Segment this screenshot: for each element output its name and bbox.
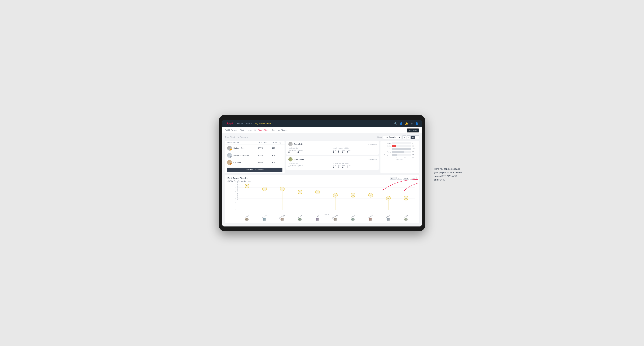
- view-leaderboard-button[interactable]: View Full Leaderboard: [227, 168, 282, 172]
- edit-icon[interactable]: ✏: [246, 136, 248, 138]
- subnav-all-players[interactable]: All Players: [278, 128, 288, 132]
- nav-teams[interactable]: Teams: [246, 122, 252, 126]
- table-row[interactable]: 1 Richard Butler 19/20 110: [225, 145, 284, 152]
- streak-bubble: 4x: [351, 193, 355, 197]
- avatar: [288, 157, 292, 162]
- rounds-stat: Total Rounds Tournament 7 Practice: [288, 163, 332, 169]
- add-team-button[interactable]: Add Team: [407, 128, 419, 133]
- player-avatar: [386, 218, 390, 221]
- player-label: R. Britt: [316, 215, 320, 218]
- bar-track: [392, 151, 411, 153]
- subnav-hcaps[interactable]: Hcaps 1-5: [247, 128, 256, 132]
- x-axis-title: Players: [238, 213, 415, 215]
- player-avatar: [263, 218, 266, 221]
- player-label: R. Butler: [386, 215, 390, 218]
- main-content: Team Clippd | 14 Players ✏ Show Last 3 m…: [222, 134, 422, 226]
- streak-bubble: 4x: [333, 193, 338, 197]
- streak-line: [388, 200, 388, 210]
- player-card-name: Rees Britt: [294, 143, 303, 145]
- pb-score: 18/20: [258, 154, 272, 156]
- nav-my-performance[interactable]: My Performance: [255, 122, 271, 126]
- player-card-date: 26 Aug 2023: [368, 159, 376, 160]
- chart-view-button[interactable]: ↓: [415, 135, 419, 139]
- subnav-pgat[interactable]: PGAT Players: [225, 128, 237, 132]
- bar-chart: Eagles 3 Birdies: [382, 142, 418, 160]
- bar-fill: [392, 148, 411, 150]
- subnav-pga[interactable]: PGA: [240, 128, 244, 132]
- app-label: APP: [338, 149, 340, 151]
- bar-track: [392, 154, 411, 156]
- streak-line: [335, 197, 336, 210]
- settings-icon[interactable]: ⚙: [410, 122, 413, 125]
- player-card-header: Josh Coles 26 Aug 2023: [288, 157, 376, 162]
- leaderboard-card: PLAYER NAME PB SCORE PB AVG SQ 1: [225, 141, 284, 173]
- y-label: 4: [235, 194, 236, 195]
- list-view-button[interactable]: ≡: [407, 135, 410, 139]
- player-card-name: Josh Coles: [294, 158, 304, 161]
- player-avatar: [316, 218, 320, 221]
- app-value: 0: [338, 151, 340, 154]
- x-label: 400: [409, 157, 418, 158]
- subnav-team-clippd[interactable]: Team Clippd: [258, 128, 269, 132]
- player-card-header: Rees Britt 02 Sep 2023: [288, 142, 376, 146]
- scatter-player-col: 6x: [273, 184, 291, 210]
- pb-avg: 103: [272, 162, 282, 164]
- arg-value: 0: [342, 166, 345, 169]
- player-card: Rees Britt 02 Sep 2023 Total Rounds Tour…: [286, 141, 379, 155]
- avatar-col: E. Ewart: [238, 216, 256, 221]
- streak-line: [353, 197, 353, 210]
- rounds-values: Tournament 8 Practice 4: [288, 149, 332, 154]
- pb-score: 17/20: [258, 162, 272, 164]
- rounds-stat: Total Rounds Tournament 8 Practice: [288, 147, 332, 154]
- scatter-player-col: 4x: [344, 184, 362, 210]
- streak-line: [406, 200, 406, 210]
- putt-label: PUTT: [347, 149, 351, 151]
- team-name: Team Clippd: [225, 136, 235, 138]
- bar-track: [392, 148, 411, 150]
- player-avatar: [334, 218, 337, 221]
- team-title: Team Clippd | 14 Players ✏: [225, 136, 248, 138]
- bar-label: Pars: [382, 148, 392, 150]
- chart-x-title: Total Shots: [382, 159, 418, 160]
- team-header: Team Clippd | 14 Players ✏ Show Last 3 m…: [225, 135, 419, 139]
- activities-stat: Total Practice Activities OTT 0 APP: [333, 147, 376, 154]
- bar-track: [392, 142, 411, 144]
- table-row[interactable]: 3 Cameron... 17/20 103: [225, 159, 284, 166]
- putt-button[interactable]: PUTT: [410, 177, 417, 180]
- streaks-header: Best Round Streaks OTT APP ARG PUTT: [228, 177, 416, 180]
- bar-chart-card: Eagles 3 Birdies: [380, 141, 419, 173]
- bell-icon[interactable]: 🔔: [405, 122, 408, 125]
- bar-fill: [392, 145, 396, 147]
- practice-label: Practice: [298, 165, 302, 166]
- ott-value: 0: [333, 166, 336, 169]
- user-icon[interactable]: 👤: [400, 122, 403, 125]
- pb-avg: 110: [272, 147, 282, 149]
- player-label: C. Quick: [404, 215, 408, 218]
- avatar-icon[interactable]: 👤: [415, 122, 418, 125]
- player-avatar: [245, 218, 249, 221]
- pb-score: 19/20: [258, 147, 272, 149]
- ott-label: OTT: [333, 149, 336, 151]
- app-button[interactable]: APP: [396, 177, 402, 180]
- sub-nav: PGAT Players PGA Hcaps 1-5 Team Clippd T…: [222, 127, 422, 134]
- nav-home[interactable]: Home: [237, 122, 243, 126]
- y-axis-labels: 7 6 5 4 3 2 1 0: [235, 184, 236, 210]
- ott-button[interactable]: OTT: [390, 177, 396, 180]
- player-count: |: [236, 136, 236, 138]
- grid-view-button[interactable]: ⊞: [402, 135, 406, 139]
- streak-line: [264, 191, 265, 210]
- player-name: Cameron...: [234, 162, 243, 164]
- avatar-col: R. Britt: [309, 216, 326, 221]
- subnav-tour[interactable]: Tour: [272, 128, 276, 132]
- search-icon[interactable]: 🔍: [394, 122, 397, 125]
- table-row[interactable]: 2 Edward Crossman 18/20 107: [225, 152, 284, 159]
- player-avatar: [280, 218, 284, 221]
- date-range-select[interactable]: Last 3 months Last 6 months Last 12 mont…: [383, 136, 401, 139]
- avatar: 1: [227, 146, 232, 151]
- streak-bubble: 5x: [298, 190, 302, 194]
- y-label: 5: [235, 191, 236, 192]
- arg-button[interactable]: ARG: [403, 177, 409, 180]
- y-label: 1: [235, 205, 236, 206]
- avatar-col: B. McHarg: [256, 216, 273, 221]
- table-view-button[interactable]: ▦: [411, 135, 415, 139]
